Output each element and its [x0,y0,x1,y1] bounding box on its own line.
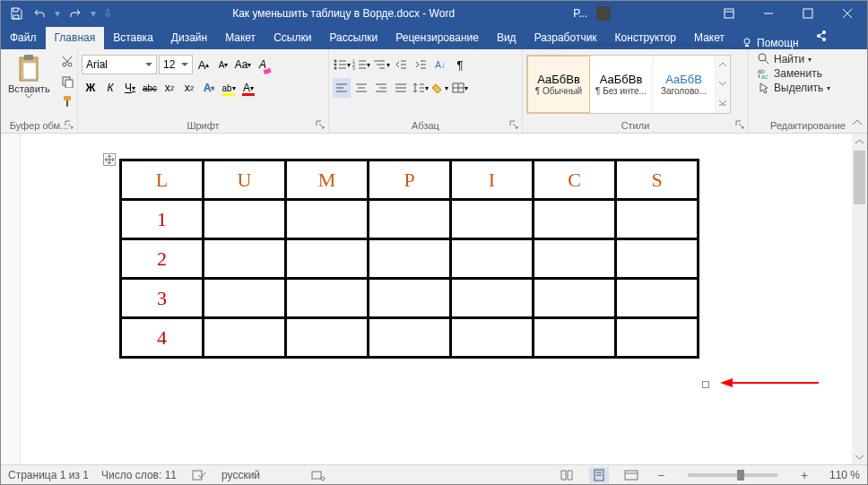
redo-button[interactable] [65,4,85,23]
font-launcher[interactable] [314,118,326,131]
grow-font-button[interactable]: A▴ [195,55,213,74]
bullets-button[interactable]: ▾ [333,55,351,74]
zoom-in-button[interactable]: + [797,468,812,482]
table-cell[interactable] [204,200,286,239]
close-button[interactable] [828,1,867,26]
font-size-combo[interactable]: 12 [159,55,193,74]
read-mode-button[interactable] [557,467,577,483]
styles-launcher[interactable] [733,118,746,131]
share-button[interactable] [806,25,837,49]
document-canvas[interactable]: L U M P I C S 1 2 3 4 [21,134,852,464]
shading-button[interactable]: ▾ [431,78,449,98]
account-area[interactable] [593,4,700,22]
header-cell[interactable]: U [204,160,286,200]
decrease-indent-button[interactable] [392,55,410,74]
qat-customize[interactable]: ⇩ [103,7,112,20]
subscript-button[interactable]: x2 [161,78,178,98]
strikethrough-button[interactable]: abc [141,78,159,98]
table-cell[interactable] [451,239,534,279]
paragraph-launcher[interactable] [508,118,520,131]
borders-button[interactable]: ▾ [451,78,469,98]
tab-view[interactable]: Вид [488,27,525,49]
style-no-spacing[interactable]: АаБбВв ¶ Без инте... [590,56,653,113]
select-button[interactable]: Выделить ▾ [758,82,858,94]
tab-developer[interactable]: Разработчик [525,27,606,49]
tab-design[interactable]: Дизайн [162,27,216,49]
format-painter-button[interactable] [57,92,77,110]
underline-button[interactable]: Ч▾ [121,78,139,98]
tab-file[interactable]: Файл [1,27,46,49]
clipboard-launcher[interactable] [63,118,75,131]
find-button[interactable]: Найти ▾ [758,53,858,65]
tab-table-layout[interactable]: Макет [685,27,733,49]
table-row[interactable]: 4 [121,318,699,358]
styles-gallery-more[interactable] [716,56,730,113]
table-cell[interactable] [204,318,286,358]
table-cell[interactable] [369,200,451,239]
macro-recording-button[interactable] [308,467,328,483]
tab-home[interactable]: Главная [46,27,105,49]
change-case-button[interactable]: Aa▾ [234,55,252,74]
tab-table-design[interactable]: Конструктор [606,27,685,49]
vertical-scrollbar[interactable] [852,134,867,464]
ribbon-options-button[interactable] [709,1,749,26]
table-cell[interactable] [616,239,699,279]
increase-indent-button[interactable] [412,55,430,74]
table-cell[interactable] [204,239,286,279]
status-page[interactable]: Страница 1 из 1 [8,469,89,481]
cut-button[interactable] [57,53,77,71]
tab-review[interactable]: Рецензирование [386,27,488,49]
tab-references[interactable]: Ссылки [265,27,320,49]
italic-button[interactable]: К [101,78,119,98]
header-cell[interactable]: C [534,160,616,200]
align-left-button[interactable] [333,78,351,98]
table-cell[interactable] [451,318,534,358]
status-word-count[interactable]: Число слов: 11 [101,469,177,481]
spellcheck-button[interactable] [189,467,209,483]
shrink-font-button[interactable]: A▾ [214,55,232,74]
tell-me-search[interactable]: Помощн [733,37,806,49]
clear-formatting-button[interactable]: A [254,55,272,74]
justify-button[interactable] [392,78,410,98]
paste-button[interactable]: Вставить [4,51,54,100]
sort-button[interactable]: A↓ [431,55,449,74]
table-cell[interactable] [534,279,616,318]
table-cell[interactable] [451,279,534,318]
row-number-cell[interactable]: 1 [121,200,204,239]
font-name-combo[interactable]: Arial [82,55,157,74]
numbering-button[interactable]: 123▾ [352,55,370,74]
table-cell[interactable] [286,239,369,279]
copy-button[interactable] [57,73,77,91]
bold-button[interactable]: Ж [82,78,100,98]
scroll-thumb[interactable] [854,151,865,204]
table-resize-handle[interactable] [702,381,709,388]
document-table[interactable]: L U M P I C S 1 2 3 4 [119,159,699,359]
table-cell[interactable] [451,200,534,239]
table-cell[interactable] [204,279,286,318]
collapse-ribbon-button[interactable] [849,115,865,131]
tab-mailings[interactable]: Рассылки [320,27,386,49]
table-row[interactable]: 2 [121,239,699,279]
text-effects-button[interactable]: A▾ [200,78,218,98]
font-color-button[interactable]: A▾ [239,78,257,98]
scroll-track[interactable] [852,149,867,449]
table-cell[interactable] [369,239,451,279]
align-center-button[interactable] [352,78,370,98]
header-cell[interactable]: M [286,160,369,200]
row-number-cell[interactable]: 3 [121,279,204,318]
highlight-button[interactable]: ab▾ [220,78,238,98]
scroll-down-button[interactable] [852,449,867,464]
header-cell[interactable]: I [451,160,534,200]
web-layout-button[interactable] [621,467,641,483]
line-spacing-button[interactable]: ▾ [412,78,430,98]
table-header-row[interactable]: L U M P I C S [121,160,699,200]
header-cell[interactable]: P [369,160,451,200]
header-cell[interactable]: L [121,160,204,200]
row-number-cell[interactable]: 4 [121,318,204,358]
table-cell[interactable] [369,318,451,358]
table-cell[interactable] [286,318,369,358]
undo-button[interactable] [30,4,49,23]
header-cell[interactable]: S [616,160,699,200]
zoom-out-button[interactable]: − [654,468,668,482]
table-move-handle[interactable] [103,153,116,166]
